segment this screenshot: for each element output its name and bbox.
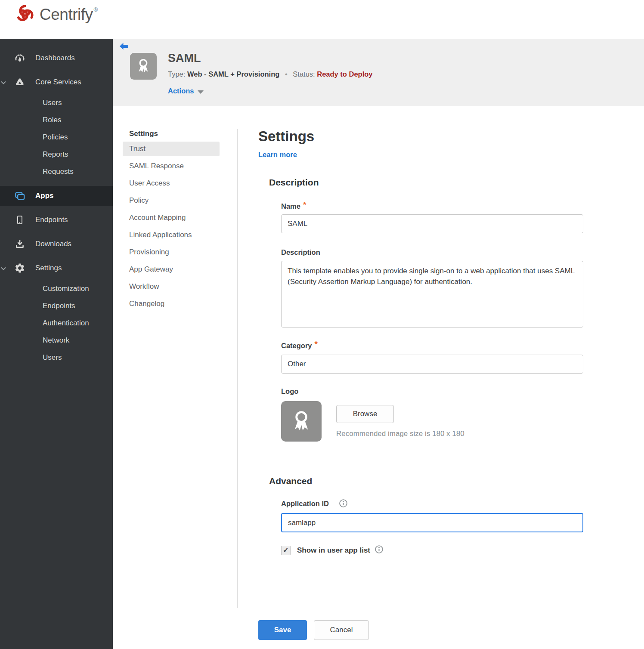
brand-name: Centrify (40, 6, 93, 24)
logo-preview (281, 401, 322, 442)
centrify-swirl-icon (14, 3, 36, 26)
status-label: Status: (293, 70, 315, 78)
phone-icon (13, 214, 27, 226)
category-label-text: Category (281, 342, 312, 349)
show-in-user-app-list-checkbox[interactable]: ✓ (281, 546, 291, 555)
save-button[interactable]: Save (258, 620, 307, 640)
sidebar-item-reports[interactable]: Reports (0, 146, 113, 163)
subnav-item-policy[interactable]: Policy (123, 192, 220, 209)
sidebar-item-roles[interactable]: Roles (0, 111, 113, 129)
sidebar-item-apps[interactable]: Apps (0, 186, 113, 206)
show-in-user-app-list-label: Show in user app list (297, 546, 370, 555)
subnav-item-saml-response[interactable]: SAML Response (123, 158, 220, 175)
sidebar-subitem-label: Users (43, 99, 62, 107)
subnav-item-user-access[interactable]: User Access (123, 175, 220, 192)
browse-button[interactable]: Browse (336, 405, 394, 423)
sidebar-item-downloads[interactable]: Downloads (0, 232, 113, 256)
sidebar-item-authentication[interactable]: Authentication (0, 315, 113, 332)
sidebar-item-dashboards[interactable]: Dashboards (0, 46, 113, 70)
sidebar-item-policies[interactable]: Policies (0, 129, 113, 146)
vertical-divider (237, 129, 238, 608)
app-title: SAML (168, 52, 201, 65)
logo-label: Logo (281, 387, 298, 396)
required-asterisk: * (315, 340, 318, 349)
subnav-item-trust[interactable]: Trust (123, 142, 220, 156)
back-arrow-icon[interactable] (119, 42, 129, 51)
chevron-down-icon[interactable] (1, 264, 6, 272)
status-value: Ready to Deploy (317, 70, 372, 78)
info-icon[interactable] (375, 545, 384, 556)
meta-separator: • (285, 70, 288, 78)
app-header: SAML Type: Web - SAML + Provisioning • S… (113, 39, 644, 106)
required-asterisk: * (303, 200, 306, 209)
description-textarea[interactable]: This template enables you to provide sin… (281, 261, 583, 328)
sidebar-item-network[interactable]: Network (0, 332, 113, 349)
subnav-item-provisioning[interactable]: Provisioning (123, 244, 220, 261)
category-input[interactable] (281, 355, 583, 374)
apps-icon (13, 190, 27, 201)
sidebar-item-settings[interactable]: Settings (0, 256, 113, 280)
sidebar-subitem-label: Users (43, 353, 62, 362)
page-title: Settings (258, 128, 314, 145)
chevron-down-icon[interactable] (1, 78, 6, 87)
subnav-header: Settings (123, 127, 220, 140)
learn-more-link[interactable]: Learn more (258, 151, 297, 159)
settings-subnav: Settings Trust SAML Response User Access… (123, 127, 220, 312)
type-label: Type: (168, 70, 185, 78)
top-bar: Centrify ® (0, 0, 644, 39)
name-label: Name* (281, 201, 306, 211)
sidebar-item-label: Dashboards (35, 54, 75, 62)
application-id-label-text: Application ID (281, 500, 329, 507)
sidebar-item-requests[interactable]: Requests (0, 163, 113, 180)
app-meta: Type: Web - SAML + Provisioning • Status… (168, 70, 373, 78)
type-value: Web - SAML + Provisioning (187, 70, 279, 78)
ribbon-badge-icon (288, 407, 315, 436)
application-id-label: Application ID (281, 499, 348, 510)
name-label-text: Name (281, 202, 300, 210)
sidebar-item-label: Downloads (35, 240, 71, 248)
name-input[interactable] (281, 214, 583, 233)
actions-dropdown[interactable]: Actions (168, 87, 204, 95)
sidebar-subitem-label: Policies (43, 133, 68, 142)
subnav-item-linked-applications[interactable]: Linked Applications (123, 226, 220, 244)
download-icon (13, 238, 27, 250)
advanced-section-heading: Advanced (269, 476, 312, 486)
sidebar-item-users[interactable]: Users (0, 94, 113, 111)
network-icon (13, 77, 27, 88)
sidebar-item-label: Apps (35, 192, 54, 200)
cancel-button[interactable]: Cancel (314, 620, 369, 640)
sidebar: Dashboards Core Services Users Roles Pol… (0, 39, 113, 649)
sidebar-item-core-services[interactable]: Core Services (0, 70, 113, 94)
show-in-user-app-list-row: ✓ Show in user app list (281, 545, 384, 556)
sidebar-subitem-label: Endpoints (43, 302, 75, 310)
sidebar-item-settings-users[interactable]: Users (0, 349, 113, 366)
caret-down-icon (198, 90, 204, 94)
sidebar-item-label: Endpoints (35, 216, 68, 224)
sidebar-item-label: Core Services (35, 78, 81, 87)
sidebar-subitem-label: Authentication (43, 319, 89, 328)
gauge-icon (13, 53, 27, 64)
subnav-item-changelog[interactable]: Changelog (123, 295, 220, 312)
sidebar-item-endpoints[interactable]: Endpoints (0, 208, 113, 232)
sidebar-item-settings-endpoints[interactable]: Endpoints (0, 297, 113, 315)
registered-mark: ® (93, 6, 98, 13)
description-label: Description (281, 248, 320, 257)
sidebar-item-label: Settings (35, 264, 62, 272)
sidebar-item-customization[interactable]: Customization (0, 280, 113, 297)
sidebar-subitem-label: Customization (43, 284, 89, 293)
actions-label: Actions (168, 87, 194, 95)
application-id-input[interactable] (281, 513, 583, 532)
ribbon-badge-icon (134, 56, 153, 77)
sidebar-subitem-label: Network (43, 336, 69, 345)
app-logo (130, 53, 157, 80)
sidebar-subitem-label: Reports (43, 150, 68, 159)
subnav-item-account-mapping[interactable]: Account Mapping (123, 209, 220, 226)
subnav-item-app-gateway[interactable]: App Gateway (123, 261, 220, 278)
sidebar-subitem-label: Requests (43, 167, 74, 176)
subnav-item-workflow[interactable]: Workflow (123, 278, 220, 295)
info-icon[interactable] (339, 499, 348, 510)
category-label: Category* (281, 341, 318, 350)
gear-icon (13, 263, 27, 274)
centrify-logo: Centrify ® (14, 3, 98, 26)
sidebar-subitem-label: Roles (43, 116, 61, 124)
